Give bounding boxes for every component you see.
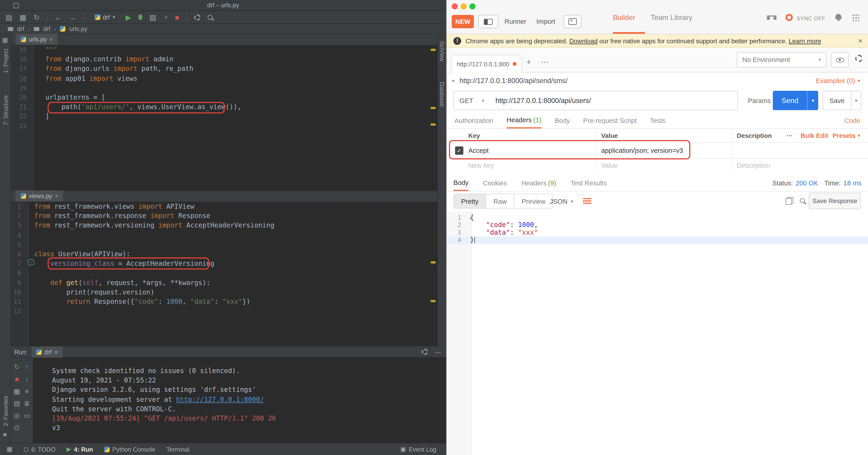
bulk-edit-link[interactable]: Bulk Edit (801, 132, 828, 139)
forward-icon[interactable]: → (69, 13, 76, 21)
statusbar-item-todo[interactable]: ◻ 6: TODO (24, 446, 56, 453)
wrap-lines-icon[interactable] (583, 198, 591, 204)
new-tab-button[interactable]: + (526, 58, 531, 66)
stop-button[interactable]: ■ (15, 375, 19, 383)
search-icon[interactable] (208, 15, 213, 20)
examples-dropdown[interactable]: Examples (0) ▾ (816, 77, 860, 85)
mac-close-button[interactable] (452, 3, 458, 9)
tab-preview[interactable]: Preview (514, 194, 552, 208)
breadcrumb-item[interactable]: drf (43, 25, 50, 32)
send-button[interactable]: Send ▾ (773, 91, 818, 110)
run-settings-icon[interactable] (422, 348, 428, 355)
star-icon[interactable]: ★ (2, 431, 8, 438)
tab-pretty[interactable]: Pretty (454, 194, 486, 208)
scroll-to-end-icon[interactable]: ≣ (24, 399, 30, 407)
environment-select[interactable]: No Environment ▾ (737, 52, 827, 67)
tab-prerequest-script[interactable]: Pre-request Script (583, 112, 637, 128)
statusbar-item-event-log[interactable]: ▣ Event Log (400, 446, 439, 453)
import-button[interactable]: Import (532, 15, 559, 28)
new-key-placeholder[interactable]: New key (468, 162, 494, 169)
response-body-viewer[interactable]: 1▾{2 "code": 1000,3 "data": "xxx"4} (447, 211, 868, 455)
banner-download-link[interactable]: Download (569, 37, 597, 44)
params-button[interactable]: Params (742, 91, 776, 110)
sidebar-item-structure[interactable]: 7: Structure (2, 95, 9, 125)
header-key[interactable]: Accept (468, 147, 489, 154)
run-console-output[interactable]: System check identified no issues (0 sil… (33, 358, 446, 443)
new-description-placeholder[interactable]: Description (737, 162, 770, 169)
mac-zoom-button[interactable] (469, 3, 476, 9)
clear-console-icon[interactable]: ∅ (14, 424, 20, 432)
close-icon[interactable]: × (54, 348, 58, 355)
open-icon[interactable]: ▤ (5, 13, 12, 21)
sidebar-item-sciview[interactable]: SciView (439, 41, 445, 62)
more-options-icon[interactable]: ⋯ (786, 132, 793, 140)
save-icon[interactable]: ▦ (20, 13, 26, 21)
profiler-icon[interactable]: ◔ (163, 13, 168, 21)
save-button[interactable]: Save ▾ (823, 91, 862, 110)
apps-grid-icon[interactable] (852, 14, 859, 21)
statusbar-item-run[interactable]: ▶ 4: Run (67, 446, 93, 453)
new-window-button[interactable] (563, 15, 581, 28)
breadcrumb-item[interactable]: drf (17, 25, 24, 32)
new-value-placeholder[interactable]: Value (601, 162, 618, 169)
expand-caret-icon[interactable]: ▸ (452, 78, 455, 84)
print-icon[interactable]: ▭ (24, 412, 30, 420)
environment-preview-button[interactable] (831, 52, 848, 67)
tab-urls-py[interactable]: urls.py × (16, 34, 58, 45)
tab-cookies[interactable]: Cookies (483, 175, 507, 191)
statusbar-item-python-console[interactable]: Python Console (104, 446, 155, 453)
tab-response-body[interactable]: Body (454, 175, 469, 191)
sync-status-icon[interactable] (785, 14, 793, 21)
run-tab-drf[interactable]: drf × (32, 346, 62, 357)
tab-team-library[interactable]: Team Library (651, 13, 692, 21)
header-row-new[interactable]: New key Value Description (447, 159, 868, 172)
tab-raw[interactable]: Raw (486, 194, 514, 208)
statusbar-item-terminal[interactable]: Terminal (166, 446, 189, 453)
stop-button[interactable]: ■ (175, 13, 179, 21)
hide-panel-icon[interactable]: — (434, 348, 440, 355)
tab-tests[interactable]: Tests (650, 112, 665, 128)
fold-caret-icon[interactable]: ▾ (469, 215, 472, 222)
sidebar-item-project[interactable]: 1: Project (2, 49, 9, 73)
layout-icon[interactable]: ▦ (14, 388, 20, 395)
header-row-accept[interactable]: ✓ Accept application/json; version=v3 (447, 143, 868, 159)
tab-test-results[interactable]: Test Results (570, 175, 607, 191)
sync-icon[interactable]: ↻ (33, 13, 40, 21)
coverage-icon[interactable]: ▨ (149, 13, 156, 21)
save-response-button[interactable]: Save Response (809, 193, 861, 209)
rerun-button[interactable]: ↻ (14, 363, 20, 371)
copy-icon[interactable] (785, 197, 793, 205)
close-icon[interactable]: × (50, 36, 53, 42)
mac-minimize-button[interactable] (461, 3, 467, 9)
list-icon[interactable]: ▤ (14, 399, 20, 407)
response-type-select[interactable]: JSON ▾ (550, 194, 573, 209)
debug-button[interactable] (138, 14, 142, 20)
sidebar-item-favorites[interactable]: 2: Favorites (2, 396, 9, 426)
tab-authorization[interactable]: Authorization (455, 112, 493, 128)
banner-learn-more-link[interactable]: Learn more (789, 37, 822, 44)
up-arrow-icon[interactable]: ↑ (25, 363, 29, 371)
tab-headers[interactable]: Headers (1) (506, 112, 541, 128)
tab-builder[interactable]: Builder (613, 13, 635, 21)
views-code-editor[interactable]: 1from rest_framework.views import APIVie… (11, 202, 429, 346)
method-select[interactable]: GET ▾ (454, 91, 491, 110)
tab-body[interactable]: Body (555, 112, 570, 128)
tab-more-button[interactable]: ⋯ (541, 58, 549, 66)
settings-gear-icon[interactable] (855, 55, 863, 62)
wrench-icon[interactable] (194, 14, 200, 20)
request-tab[interactable]: http://127.0.0.1:800 (451, 55, 522, 72)
breadcrumb-item[interactable]: urls.py (69, 25, 87, 32)
pin-icon[interactable]: ◎ (14, 412, 20, 420)
override-method-icon[interactable]: ↑ (28, 259, 34, 266)
urls-code-editor[interactable]: 15"""16from django.contrib import admin1… (11, 46, 429, 191)
soft-wrap-icon[interactable]: ≡ (25, 388, 29, 395)
run-config-selector[interactable]: drf ▾ (91, 13, 118, 22)
interceptor-icon[interactable] (767, 16, 777, 18)
back-icon[interactable]: ← (55, 13, 62, 21)
header-enabled-checkbox[interactable]: ✓ (455, 147, 463, 155)
runner-button[interactable]: Runner (501, 15, 529, 28)
send-options-caret[interactable]: ▾ (807, 91, 818, 110)
presets-dropdown[interactable]: Presets ▾ (833, 132, 860, 139)
run-button[interactable]: ▶ (126, 13, 131, 21)
toolwindow-switcher-icon[interactable]: ▦ (6, 446, 12, 453)
